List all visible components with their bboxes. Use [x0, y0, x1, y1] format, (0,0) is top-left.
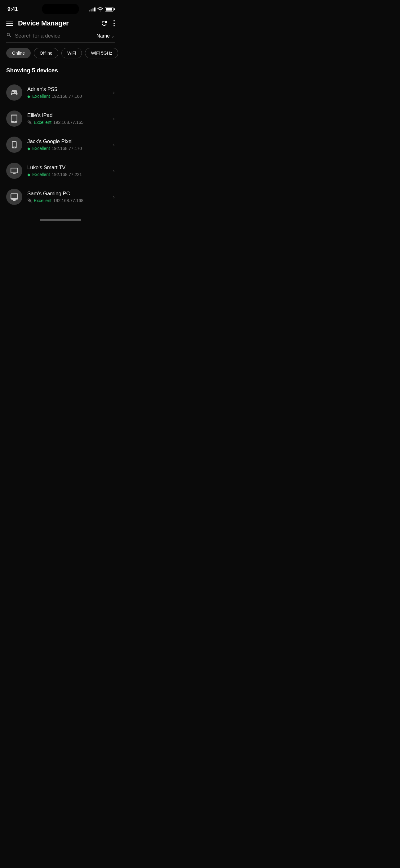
- chevron-right-icon-tv: ›: [113, 168, 115, 174]
- phone-icon: [10, 141, 18, 149]
- device-info-ipad: Ellie's iPad 🔌 Excellent 192.168.77.165: [27, 113, 108, 125]
- more-options-button[interactable]: [113, 20, 115, 26]
- device-name-pixel: Jack's Google Pixel: [27, 138, 108, 145]
- search-icon: [6, 32, 12, 39]
- desktop-pc-icon: [10, 193, 18, 201]
- tablet-icon: [10, 115, 18, 123]
- device-avatar-pc: [6, 189, 22, 205]
- status-text-ipad: Excellent: [34, 120, 52, 125]
- device-item-pixel[interactable]: Jack's Google Pixel ◆ Excellent 192.168.…: [0, 132, 121, 158]
- chevron-right-icon-pixel: ›: [113, 142, 115, 148]
- status-time: 9:41: [7, 6, 18, 12]
- device-info-pixel: Jack's Google Pixel ◆ Excellent 192.168.…: [27, 138, 108, 151]
- device-avatar-tv: [6, 163, 22, 179]
- chevron-right-icon-pc: ›: [113, 194, 115, 200]
- filter-tabs: Online Offline WiFi WiFi 5GHz WiFi 2.4: [0, 48, 121, 65]
- device-name-ps5: Adrian's PS5: [27, 86, 108, 93]
- device-item-tv[interactable]: Luke's Smart TV ◆ Excellent 192.168.77.2…: [0, 158, 121, 184]
- device-ip-ipad: 192.168.77.165: [53, 120, 84, 125]
- device-item-ipad[interactable]: Ellie's iPad 🔌 Excellent 192.168.77.165 …: [0, 105, 121, 132]
- device-ip-ps5: 192.168.77.160: [52, 94, 82, 99]
- status-icons: [89, 7, 113, 11]
- device-name-ipad: Ellie's iPad: [27, 113, 108, 119]
- device-info-tv: Luke's Smart TV ◆ Excellent 192.168.77.2…: [27, 164, 108, 177]
- status-icon-ipad: 🔌: [27, 120, 32, 124]
- refresh-button[interactable]: [100, 20, 108, 27]
- sort-selector[interactable]: Name ⌄: [96, 33, 115, 39]
- device-item-pc[interactable]: Sam's Gaming PC 🔌 Excellent 192.168.77.1…: [0, 184, 121, 210]
- device-status-ps5: ◆ Excellent 192.168.77.160: [27, 94, 108, 99]
- wifi-icon: [97, 7, 103, 11]
- device-status-ipad: 🔌 Excellent 192.168.77.165: [27, 120, 108, 125]
- status-icon-ps5: ◆: [27, 94, 30, 99]
- device-avatar-ps5: [6, 85, 22, 101]
- chevron-right-icon-ps5: ›: [113, 89, 115, 96]
- gamepad-icon: [10, 89, 18, 97]
- status-text-pc: Excellent: [34, 198, 52, 203]
- chevron-down-icon: ⌄: [111, 34, 115, 38]
- device-ip-tv: 192.168.77.221: [52, 172, 82, 177]
- chevron-right-icon-ipad: ›: [113, 116, 115, 122]
- status-text-pixel: Excellent: [32, 146, 50, 151]
- dynamic-island: [42, 4, 79, 14]
- device-status-pc: 🔌 Excellent 192.168.77.168: [27, 198, 108, 203]
- app-title: Device Manager: [18, 19, 69, 27]
- device-name-pc: Sam's Gaming PC: [27, 191, 108, 197]
- menu-button[interactable]: [6, 21, 13, 26]
- device-ip-pc: 192.168.77.168: [53, 198, 84, 203]
- sort-label: Name: [96, 33, 110, 39]
- device-info-pc: Sam's Gaming PC 🔌 Excellent 192.168.77.1…: [27, 191, 108, 203]
- status-icon-pc: 🔌: [27, 198, 32, 203]
- device-item-ps5[interactable]: Adrian's PS5 ◆ Excellent 192.168.77.160 …: [0, 80, 121, 105]
- status-icon-pixel: ◆: [27, 146, 30, 151]
- device-status-pixel: ◆ Excellent 192.168.77.170: [27, 146, 108, 151]
- svg-rect-0: [11, 194, 18, 198]
- device-ip-pixel: 192.168.77.170: [52, 146, 82, 151]
- filter-tab-wifi[interactable]: WiFi: [61, 48, 82, 58]
- battery-icon: [105, 7, 113, 11]
- status-text-tv: Excellent: [32, 172, 50, 177]
- status-text-ps5: Excellent: [32, 94, 50, 99]
- filter-tab-wifi5ghz[interactable]: WiFi 5GHz: [85, 48, 118, 58]
- device-list: Adrian's PS5 ◆ Excellent 192.168.77.160 …: [0, 80, 121, 210]
- signal-dots: [89, 7, 96, 11]
- search-input[interactable]: [15, 33, 94, 39]
- status-icon-tv: ◆: [27, 172, 30, 177]
- app-header: Device Manager: [0, 17, 121, 32]
- search-container: Name ⌄: [6, 32, 115, 43]
- svg-rect-1: [13, 198, 16, 199]
- device-info-ps5: Adrian's PS5 ◆ Excellent 192.168.77.160: [27, 86, 108, 99]
- home-indicator: [40, 219, 81, 221]
- devices-count: Showing 5 devices: [0, 65, 121, 80]
- device-status-tv: ◆ Excellent 192.168.77.221: [27, 172, 108, 177]
- device-avatar-pixel: [6, 136, 22, 153]
- tv-icon: [10, 167, 18, 175]
- device-name-tv: Luke's Smart TV: [27, 164, 108, 171]
- device-avatar-ipad: [6, 111, 22, 127]
- filter-tab-online[interactable]: Online: [6, 48, 31, 58]
- filter-tab-offline[interactable]: Offline: [34, 48, 58, 58]
